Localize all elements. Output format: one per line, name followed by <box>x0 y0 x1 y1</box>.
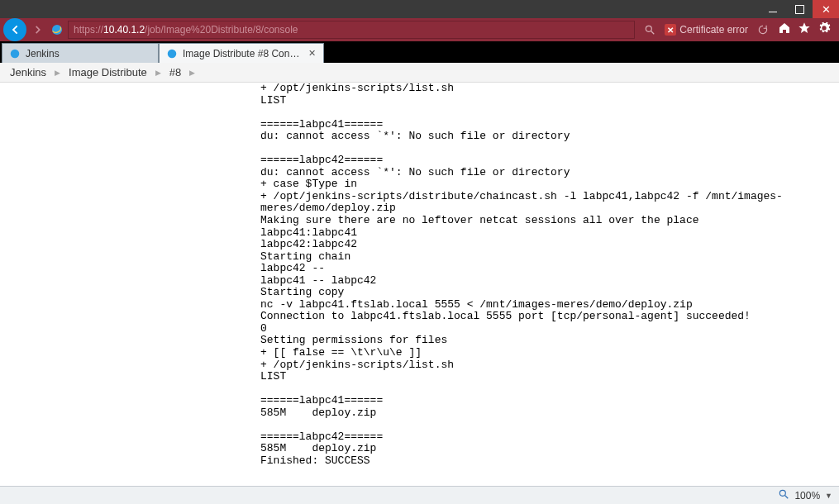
tab-label: Jenkins <box>26 48 151 59</box>
svg-point-4 <box>168 49 177 58</box>
address-protocol: https:// <box>74 24 103 36</box>
zoom-icon[interactable] <box>778 488 789 502</box>
certificate-error-badge[interactable]: ✕ Certificate error <box>661 21 751 39</box>
cert-error-icon: ✕ <box>665 24 676 36</box>
status-bar: 100% ▼ <box>0 486 839 504</box>
refresh-icon[interactable] <box>756 23 770 36</box>
address-host: 10.40.1.2 <box>103 24 145 36</box>
chevron-right-icon: ▶ <box>189 69 195 77</box>
window-close-button[interactable] <box>813 0 839 18</box>
cert-error-label: Certificate error <box>679 24 748 36</box>
browser-navbar: https://10.40.1.2/job/Image%20Distribute… <box>0 18 839 41</box>
svg-line-2 <box>651 31 655 35</box>
breadcrumb-build[interactable]: #8 <box>169 66 181 78</box>
svg-point-5 <box>780 490 786 496</box>
ie-favicon-icon <box>9 48 21 59</box>
jenkins-breadcrumb: Jenkins ▶ Image Distribute ▶ #8 ▶ <box>0 63 839 83</box>
ie-favicon-icon <box>166 48 178 59</box>
chevron-right-icon: ▶ <box>55 69 60 77</box>
ie-logo-icon <box>50 22 64 37</box>
tab-strip: Jenkins Image Distribute #8 Consol... ✕ <box>0 41 839 63</box>
favorites-icon[interactable] <box>798 21 811 38</box>
zoom-dropdown-icon[interactable]: ▼ <box>825 492 832 500</box>
address-path: /job/Image%20Distribute/8/console <box>145 24 298 36</box>
tab-label: Image Distribute #8 Consol... <box>183 48 302 59</box>
tools-icon[interactable] <box>818 21 831 38</box>
svg-point-1 <box>646 26 652 31</box>
svg-point-3 <box>11 49 20 58</box>
content-scroll[interactable]: + /opt/jenkins-scripts/list.sh LIST ====… <box>0 83 839 486</box>
breadcrumb-jenkins[interactable]: Jenkins <box>10 66 46 78</box>
zoom-level[interactable]: 100% <box>794 490 820 502</box>
nav-forward-button[interactable] <box>30 21 46 38</box>
chevron-right-icon: ▶ <box>155 69 161 77</box>
window-minimize-button[interactable] <box>760 0 786 18</box>
home-icon[interactable] <box>778 21 791 38</box>
window-titlebar <box>0 0 839 18</box>
tab-close-icon[interactable]: ✕ <box>307 49 317 59</box>
content-area: + /opt/jenkins-scripts/list.sh LIST ====… <box>0 83 839 486</box>
console-output: + /opt/jenkins-scripts/list.sh LIST ====… <box>0 83 839 468</box>
address-bar[interactable]: https://10.40.1.2/job/Image%20Distribute… <box>68 21 635 39</box>
nav-back-button[interactable] <box>3 18 26 41</box>
tab-console[interactable]: Image Distribute #8 Consol... ✕ <box>159 43 324 63</box>
window-maximize-button[interactable] <box>786 0 813 18</box>
svg-line-6 <box>785 496 789 499</box>
breadcrumb-job[interactable]: Image Distribute <box>69 66 147 78</box>
search-icon[interactable] <box>643 23 656 36</box>
tab-jenkins[interactable]: Jenkins <box>2 43 159 63</box>
